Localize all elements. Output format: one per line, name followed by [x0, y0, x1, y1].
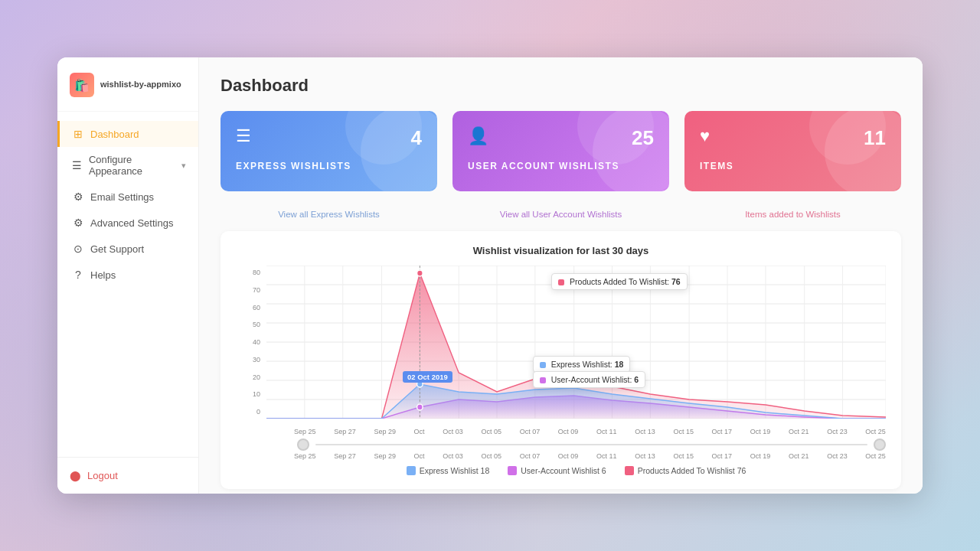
sidebar-label-dashboard: Dashboard	[90, 129, 139, 140]
user-account-wishlists-icon: 👤	[468, 126, 488, 146]
chart-scrollbar[interactable]	[315, 444, 867, 445]
chart-legend: Express Wishlist 18 User-Account Wishlis…	[266, 466, 886, 475]
stat-card-express-wishlists[interactable]: ☰ 4 EXPRESS WISHLISTS	[220, 111, 437, 191]
sidebar-logo: 🛍️ wishlist-by-appmixo	[57, 57, 198, 112]
page-title: Dashboard	[220, 76, 901, 96]
chart-scroll-row	[266, 439, 886, 451]
sidebar-footer: ⬤ Logout	[57, 457, 198, 494]
chart-scroll-left[interactable]	[297, 439, 309, 451]
app-name: wishlist-by-appmixo	[100, 80, 181, 90]
y-tick-60: 60	[236, 304, 260, 311]
x-label-sep27: Sep 27	[334, 428, 356, 435]
express-wishlists-link[interactable]: View all Express Wishlists	[220, 210, 437, 219]
items-label: ITEMS	[700, 161, 886, 171]
items-link[interactable]: Items added to Wishlists	[684, 210, 901, 219]
sidebar-nav: ⊞ Dashboard ☰ Configure Appearance ▾ ⚙ E…	[57, 112, 198, 457]
sidebar-item-helps[interactable]: ? Helps	[57, 262, 198, 288]
x-bottom-oct23: Oct 23	[827, 452, 848, 460]
x-bottom-sep25: Sep 25	[294, 452, 316, 460]
x-label-oct: Oct	[414, 428, 425, 435]
express-wishlists-count: 4	[411, 126, 422, 150]
chart-x-axis-bottom: Sep 25 Sep 27 Sep 29 Oct Oct 03 Oct 05 O…	[266, 452, 886, 460]
svg-point-29	[417, 270, 423, 276]
chart-visualization	[266, 266, 886, 419]
x-bottom-oct21: Oct 21	[789, 452, 809, 460]
chart-title: Wishlist visualization for last 30 days	[236, 245, 886, 256]
sidebar-item-advanced-settings[interactable]: ⚙ Advanced Settings	[57, 210, 198, 236]
x-bottom-oct05: Oct 05	[481, 452, 501, 460]
sidebar-label-helps: Helps	[90, 269, 116, 281]
x-label-oct23: Oct 23	[827, 428, 848, 435]
chart-section: Wishlist visualization for last 30 days …	[220, 231, 901, 489]
logout-label: Logout	[87, 470, 118, 481]
x-label-sep25: Sep 25	[294, 428, 316, 435]
sidebar-item-configure-appearance[interactable]: ☰ Configure Appearance ▾	[57, 147, 198, 184]
user-account-wishlists-label: USER ACCOUNT WISHLISTS	[468, 161, 654, 171]
sidebar-label-email: Email Settings	[90, 191, 154, 203]
x-bottom-oct07: Oct 07	[520, 452, 541, 460]
support-icon: ⊙	[72, 243, 84, 255]
x-label-oct15: Oct 15	[673, 428, 694, 435]
y-tick-20: 20	[236, 373, 260, 381]
app-window: 🛍️ wishlist-by-appmixo ⊞ Dashboard ☰ Con…	[57, 57, 923, 494]
stat-card-items[interactable]: ♥ 11 ITEMS	[684, 111, 901, 191]
active-date-badge: 02 Oct 2019	[403, 371, 452, 383]
legend-user-dot	[508, 466, 517, 475]
x-bottom-oct03: Oct 03	[443, 452, 463, 460]
x-label-oct09: Oct 09	[558, 428, 579, 435]
x-bottom-oct15: Oct 15	[673, 452, 694, 460]
sidebar-item-dashboard[interactable]: ⊞ Dashboard	[57, 121, 198, 147]
legend-express: Express Wishlist 18	[407, 466, 490, 475]
x-bottom-sep29: Sep 29	[374, 452, 396, 460]
x-bottom-oct25: Oct 25	[865, 452, 886, 460]
x-bottom-sep27: Sep 27	[334, 452, 356, 460]
legend-products-dot	[625, 466, 634, 475]
y-tick-80: 80	[236, 269, 260, 276]
sidebar-label-advanced: Advanced Settings	[90, 217, 173, 229]
configure-icon: ☰	[72, 159, 83, 171]
y-tick-30: 30	[236, 356, 260, 364]
chart-container: 0 10 20 30 40 50 60 70 80	[236, 266, 886, 475]
x-bottom-oct17: Oct 17	[712, 452, 733, 460]
items-icon: ♥	[700, 126, 710, 146]
logout-icon: ⬤	[70, 470, 81, 481]
stat-card-user-account-wishlists[interactable]: 👤 25 USER ACCOUNT WISHLISTS	[452, 111, 669, 191]
x-bottom-oct11: Oct 11	[596, 452, 617, 460]
y-tick-70: 70	[236, 286, 260, 294]
x-label-oct25: Oct 25	[865, 428, 886, 435]
x-label-sep29: Sep 29	[374, 428, 396, 435]
legend-user-label: User-Account Wishlist 6	[521, 466, 606, 475]
user-account-wishlists-count: 25	[632, 126, 654, 150]
sidebar-item-get-support[interactable]: ⊙ Get Support	[57, 236, 198, 262]
x-label-oct05: Oct 05	[481, 428, 501, 435]
x-bottom-oct: Oct	[414, 452, 425, 460]
card-links-row: View all Express Wishlists View all User…	[220, 204, 901, 219]
legend-express-label: Express Wishlist 18	[420, 466, 490, 475]
user-account-wishlists-link[interactable]: View all User Account Wishlists	[452, 210, 669, 219]
help-icon: ?	[72, 269, 84, 281]
dashboard-icon: ⊞	[72, 128, 84, 140]
x-label-oct13: Oct 13	[635, 428, 655, 435]
chevron-down-icon: ▾	[181, 161, 186, 171]
logout-button[interactable]: ⬤ Logout	[70, 470, 186, 481]
sidebar-label-support: Get Support	[90, 243, 144, 255]
chart-svg-wrapper: Products Added To Wishlist: 76 Express W…	[266, 266, 886, 426]
main-content: Dashboard ☰ 4 EXPRESS WISHLISTS 👤 25 USE…	[199, 57, 923, 494]
legend-products: Products Added To Wishlist 76	[625, 466, 746, 475]
x-bottom-oct19: Oct 19	[750, 452, 771, 460]
y-tick-50: 50	[236, 321, 260, 328]
chart-scroll-right[interactable]	[874, 439, 886, 451]
legend-products-label: Products Added To Wishlist 76	[638, 466, 746, 475]
stat-cards-row: ☰ 4 EXPRESS WISHLISTS 👤 25 USER ACCOUNT …	[220, 111, 901, 191]
y-tick-0: 0	[236, 408, 260, 416]
svg-point-31	[417, 404, 423, 410]
advanced-settings-icon: ⚙	[72, 217, 84, 229]
express-wishlists-icon: ☰	[236, 126, 251, 146]
x-label-oct19: Oct 19	[750, 428, 771, 435]
x-label-oct03: Oct 03	[443, 428, 463, 435]
x-label-oct21: Oct 21	[789, 428, 809, 435]
legend-user-account: User-Account Wishlist 6	[508, 466, 606, 475]
sidebar-label-configure: Configure Appearance	[89, 154, 175, 177]
x-label-oct17: Oct 17	[712, 428, 733, 435]
sidebar-item-email-settings[interactable]: ⚙ Email Settings	[57, 184, 198, 210]
